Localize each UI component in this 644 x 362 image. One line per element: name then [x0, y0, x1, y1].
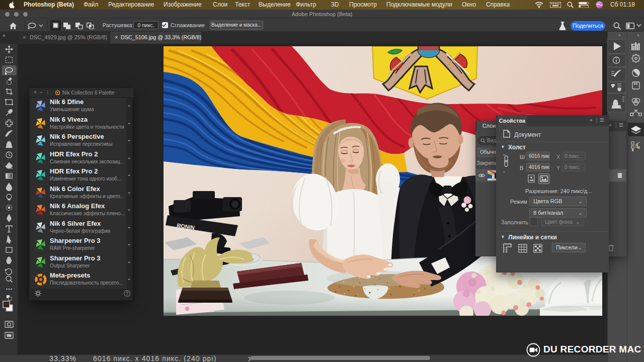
- svg-text:5: 5: [635, 143, 638, 149]
